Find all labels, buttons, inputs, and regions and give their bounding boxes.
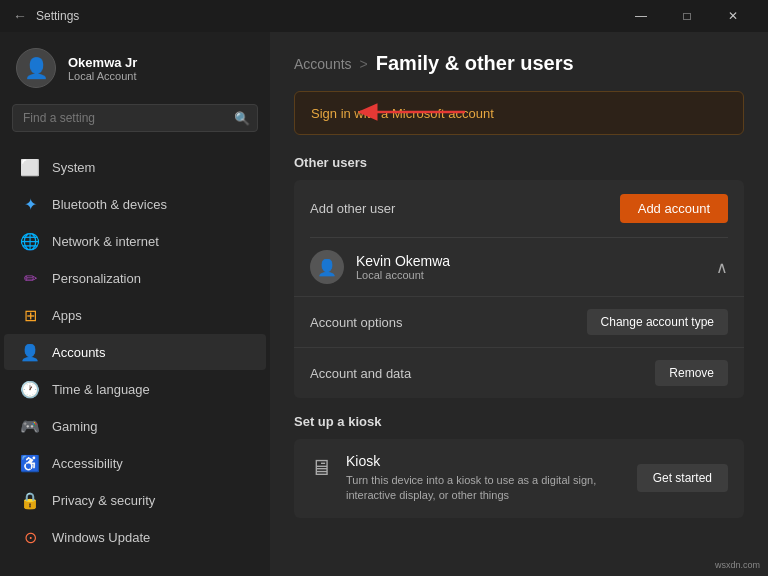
app-title: Settings <box>36 9 79 23</box>
account-name: Kevin Okemwa <box>356 253 450 269</box>
sidebar-item-label: System <box>52 160 95 175</box>
watermark: wsxdn.com <box>715 560 760 570</box>
search-input[interactable] <box>12 104 258 132</box>
accounts-icon: 👤 <box>20 342 40 362</box>
privacy-icon: 🔒 <box>20 490 40 510</box>
account-avatar: 👤 <box>310 250 344 284</box>
user-account-type: Local Account <box>68 70 137 82</box>
sidebar-item-label: Network & internet <box>52 234 159 249</box>
breadcrumb: Accounts > Family & other users <box>294 52 744 75</box>
other-users-card: Add other user Add account 👤 Kevin Okemw… <box>294 180 744 398</box>
sidebar-item-label: Windows Update <box>52 530 150 545</box>
gaming-icon: 🎮 <box>20 416 40 436</box>
sidebar-item-label: Privacy & security <box>52 493 155 508</box>
sidebar-item-network[interactable]: 🌐 Network & internet <box>4 223 266 259</box>
sidebar-item-privacy[interactable]: 🔒 Privacy & security <box>4 482 266 518</box>
breadcrumb-parent[interactable]: Accounts <box>294 56 352 72</box>
kiosk-card: 🖥 Kiosk Turn this device into a kiosk to… <box>294 439 744 518</box>
kiosk-section: Set up a kiosk 🖥 Kiosk Turn this device … <box>294 414 744 518</box>
remove-button[interactable]: Remove <box>655 360 728 386</box>
account-data-row: Account and data Remove <box>294 347 744 398</box>
breadcrumb-current: Family & other users <box>376 52 574 75</box>
kiosk-left: 🖥 Kiosk Turn this device into a kiosk to… <box>310 453 626 504</box>
sidebar-item-system[interactable]: ⬜ System <box>4 149 266 185</box>
search-box[interactable]: 🔍 <box>12 104 258 132</box>
kiosk-name: Kiosk <box>346 453 626 469</box>
sidebar-item-personalization[interactable]: ✏ Personalization <box>4 260 266 296</box>
time-icon: 🕐 <box>20 379 40 399</box>
app-container: 👤 Okemwa Jr Local Account 🔍 ⬜ System ✦ B… <box>0 32 768 576</box>
close-button[interactable]: ✕ <box>710 0 756 32</box>
sidebar-item-windows-update[interactable]: ⊙ Windows Update <box>4 519 266 555</box>
sidebar-item-label: Accounts <box>52 345 105 360</box>
search-icon: 🔍 <box>234 111 250 126</box>
account-details: Kevin Okemwa Local account <box>356 253 450 281</box>
maximize-button[interactable]: □ <box>664 0 710 32</box>
account-options-label: Account options <box>310 315 403 330</box>
windows-update-icon: ⊙ <box>20 527 40 547</box>
account-row-kevin[interactable]: 👤 Kevin Okemwa Local account ∧ <box>294 238 744 296</box>
sidebar-item-apps[interactable]: ⊞ Apps <box>4 297 266 333</box>
sidebar-item-bluetooth[interactable]: ✦ Bluetooth & devices <box>4 186 266 222</box>
titlebar-left: ← Settings <box>12 8 79 24</box>
sign-in-link[interactable]: Sign in with a Microsoft account <box>311 106 494 121</box>
accessibility-icon: ♿ <box>20 453 40 473</box>
sidebar-item-time[interactable]: 🕐 Time & language <box>4 371 266 407</box>
kiosk-info: Kiosk Turn this device into a kiosk to u… <box>346 453 626 504</box>
add-other-user-label: Add other user <box>310 201 395 216</box>
back-button[interactable]: ← <box>12 8 28 24</box>
minimize-button[interactable]: — <box>618 0 664 32</box>
sidebar: 👤 Okemwa Jr Local Account 🔍 ⬜ System ✦ B… <box>0 32 270 576</box>
change-account-type-button[interactable]: Change account type <box>587 309 728 335</box>
user-name: Okemwa Jr <box>68 55 137 70</box>
personalization-icon: ✏ <box>20 268 40 288</box>
sidebar-item-gaming[interactable]: 🎮 Gaming <box>4 408 266 444</box>
kiosk-icon: 🖥 <box>310 455 332 481</box>
account-local-type: Local account <box>356 269 450 281</box>
sidebar-item-accessibility[interactable]: ♿ Accessibility <box>4 445 266 481</box>
chevron-up-icon: ∧ <box>716 258 728 277</box>
sidebar-item-label: Bluetooth & devices <box>52 197 167 212</box>
sidebar-item-label: Accessibility <box>52 456 123 471</box>
add-user-row: Add other user Add account <box>294 180 744 237</box>
add-account-button[interactable]: Add account <box>620 194 728 223</box>
sidebar-item-label: Gaming <box>52 419 98 434</box>
account-options-panel: Account options Change account type Acco… <box>294 296 744 398</box>
kiosk-description: Turn this device into a kiosk to use as … <box>346 473 626 504</box>
breadcrumb-separator: > <box>360 56 368 72</box>
apps-icon: ⊞ <box>20 305 40 325</box>
account-options-row: Account options Change account type <box>294 296 744 347</box>
main-content: Accounts > Family & other users Sign in … <box>270 32 768 576</box>
user-info: Okemwa Jr Local Account <box>68 55 137 82</box>
network-icon: 🌐 <box>20 231 40 251</box>
sidebar-item-label: Apps <box>52 308 82 323</box>
nav-list: ⬜ System ✦ Bluetooth & devices 🌐 Network… <box>0 144 270 576</box>
kiosk-section-title: Set up a kiosk <box>294 414 744 429</box>
user-profile[interactable]: 👤 Okemwa Jr Local Account <box>0 32 270 100</box>
sign-in-banner[interactable]: Sign in with a Microsoft account <box>294 91 744 135</box>
sidebar-item-accounts[interactable]: 👤 Accounts <box>4 334 266 370</box>
sidebar-item-label: Time & language <box>52 382 150 397</box>
get-started-button[interactable]: Get started <box>637 464 728 492</box>
account-data-label: Account and data <box>310 366 411 381</box>
other-users-section-title: Other users <box>294 155 744 170</box>
window-controls: — □ ✕ <box>618 0 756 32</box>
account-left: 👤 Kevin Okemwa Local account <box>310 250 450 284</box>
avatar: 👤 <box>16 48 56 88</box>
bluetooth-icon: ✦ <box>20 194 40 214</box>
titlebar: ← Settings — □ ✕ <box>0 0 768 32</box>
sidebar-item-label: Personalization <box>52 271 141 286</box>
system-icon: ⬜ <box>20 157 40 177</box>
